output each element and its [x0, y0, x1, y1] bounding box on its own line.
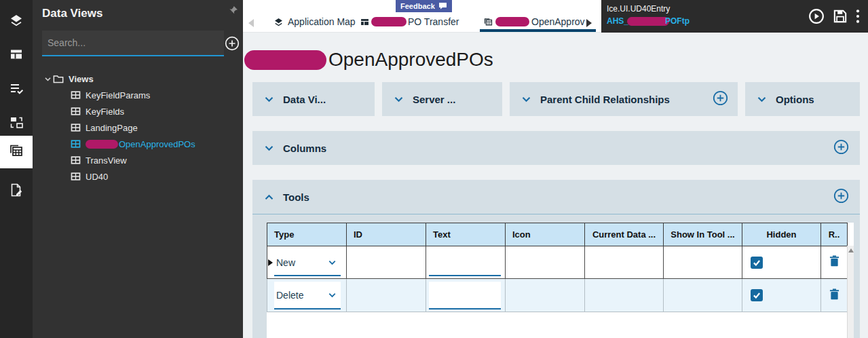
feedback-button[interactable]: Feedback — [396, 0, 452, 12]
tab-openapprovedpos[interactable]: OpenApprov — [483, 0, 585, 33]
tree-item-keyfields[interactable]: KeyFields — [42, 103, 240, 119]
redaction-blob — [86, 140, 118, 149]
add-data-view-button[interactable] — [225, 36, 240, 54]
id-cell[interactable] — [347, 246, 426, 279]
tree-item-landingpage[interactable]: LandingPage — [42, 119, 240, 136]
show-in-tool-cell[interactable] — [664, 246, 742, 279]
workspace-link[interactable]: AHS_ POFtp — [607, 16, 690, 26]
save-button[interactable] — [832, 8, 848, 27]
layers-icon — [9, 13, 24, 31]
chevron-up-icon — [265, 194, 273, 200]
scrollbar-up-icon[interactable] — [848, 248, 854, 252]
redaction-blob — [371, 17, 407, 26]
main-content: OpenApprovedPOs Data Vi... Server ... Pa… — [243, 33, 868, 338]
data-table-icon — [8, 143, 24, 162]
selected-option: New — [276, 257, 295, 268]
pin-icon[interactable] — [227, 5, 239, 20]
section-server[interactable]: Server ... — [382, 82, 502, 116]
column-header-text[interactable]: Text — [426, 223, 506, 246]
table-icon — [71, 91, 81, 99]
workspace-suffix: POFtp — [665, 16, 690, 26]
save-icon — [832, 8, 848, 27]
chevron-down-icon — [328, 260, 336, 265]
chevron-down-icon — [757, 96, 766, 102]
rail-flow-button[interactable] — [0, 107, 33, 140]
add-tool-button[interactable] — [833, 188, 849, 206]
data-table-icon — [483, 17, 493, 27]
tab-scroll-right-icon[interactable] — [586, 19, 592, 27]
column-header-remove[interactable]: R.. — [821, 223, 848, 246]
tool-text-input[interactable] — [429, 282, 501, 309]
column-header-hidden[interactable]: Hidden — [742, 223, 821, 246]
tab-label: Application Map — [288, 16, 356, 27]
section-label: Tools — [283, 191, 309, 203]
app-window: Data Views Views KeyFieldParams — [0, 0, 868, 338]
grid-vertical-scrollbar[interactable] — [847, 246, 854, 338]
layout-icon — [9, 47, 24, 64]
preview-button[interactable] — [808, 8, 825, 27]
type-cell: Delete — [267, 279, 347, 312]
selected-option: Delete — [276, 290, 303, 301]
delete-row-button[interactable] — [821, 255, 847, 269]
hidden-checkbox[interactable] — [751, 289, 763, 301]
chevron-down-icon[interactable] — [42, 77, 53, 81]
show-in-tool-cell[interactable] — [664, 279, 742, 312]
page-edit-icon — [9, 183, 24, 200]
feedback-label: Feedback — [400, 2, 435, 10]
tree-item-openapprovedpos[interactable]: OpenApprovedPOs — [42, 136, 240, 152]
rail-layout-button[interactable] — [0, 39, 33, 72]
chevron-down-icon — [265, 96, 273, 102]
add-relationship-button[interactable] — [713, 90, 728, 109]
delete-row-button[interactable] — [821, 288, 847, 303]
rail-data-table-button[interactable] — [0, 136, 33, 168]
active-tab-underline — [480, 29, 596, 32]
app-title: Ice.UI.UD40Entry — [607, 4, 670, 14]
current-data-cell[interactable] — [585, 279, 664, 312]
overflow-menu-button[interactable] — [855, 8, 861, 27]
speech-bubble-icon — [438, 2, 447, 11]
hidden-checkbox[interactable] — [751, 257, 763, 269]
add-column-button[interactable] — [833, 139, 849, 157]
rail-page-edit-button[interactable] — [0, 175, 33, 208]
plus-circle-icon — [833, 188, 849, 206]
tree-item-label: UD40 — [86, 172, 108, 182]
column-header-current-data[interactable]: Current Data ... — [585, 223, 664, 246]
section-parent-child-relationships[interactable]: Parent Child Relationships — [510, 82, 738, 116]
icon-cell[interactable] — [506, 246, 585, 279]
current-row-indicator-icon — [268, 259, 273, 266]
tree-item-ud40[interactable]: UD40 — [42, 168, 240, 185]
column-header-icon[interactable]: Icon — [506, 223, 585, 246]
section-label: Columns — [283, 143, 326, 154]
column-header-type[interactable]: Type — [267, 223, 347, 246]
column-header-id[interactable]: ID — [347, 223, 426, 246]
rail-layers-button[interactable] — [0, 5, 33, 38]
id-cell[interactable] — [347, 279, 426, 312]
column-header-show-in-tool[interactable]: Show In Tool ... — [664, 223, 742, 246]
tool-type-select[interactable]: Delete — [274, 282, 341, 309]
workspace-prefix: AHS_ — [607, 16, 628, 26]
section-data-view[interactable]: Data Vi... — [252, 82, 375, 116]
tools-header[interactable]: Tools — [252, 180, 860, 214]
table-icon — [71, 156, 81, 164]
data-views-panel: Data Views Views KeyFieldParams — [33, 0, 243, 338]
tree-folder-views[interactable]: Views — [42, 71, 240, 87]
tool-type-select[interactable]: New — [274, 250, 341, 276]
rail-list-check-button[interactable] — [0, 73, 33, 106]
icon-cell[interactable] — [506, 279, 585, 312]
section-columns[interactable]: Columns — [252, 131, 860, 165]
tree-item-keyfieldparams[interactable]: KeyFieldParams — [42, 87, 240, 103]
redaction-blob — [244, 50, 326, 70]
tab-scroll-left-icon[interactable] — [248, 19, 254, 27]
table-row: New — [267, 246, 848, 279]
tool-text-input[interactable] — [429, 252, 501, 276]
current-data-cell[interactable] — [585, 246, 664, 279]
list-check-icon — [9, 81, 24, 98]
trash-icon — [829, 288, 839, 303]
section-label: Server ... — [413, 94, 455, 105]
search-input[interactable] — [42, 31, 224, 56]
tree-item-transview[interactable]: TransView — [42, 152, 240, 168]
layers-icon — [273, 17, 284, 27]
tree-folder-label: Views — [69, 74, 94, 84]
tab-application-map[interactable]: Application Map — [273, 0, 356, 33]
section-options[interactable]: Options — [745, 82, 860, 116]
